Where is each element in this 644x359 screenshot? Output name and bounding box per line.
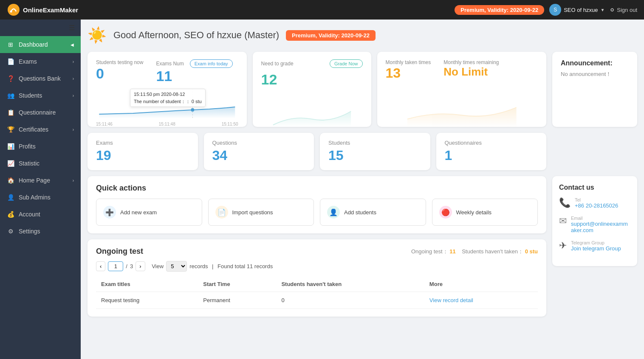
layout: ☰ ⊞ Dashboard ◀ 📄 Exams › ❓ Questions Ba… xyxy=(0,20,644,359)
add-exam-icon: ➕ xyxy=(103,206,116,219)
sub-admins-icon: 👤 xyxy=(7,194,14,201)
ongoing-header: Ongoing test Ongoing test： 11 Students h… xyxy=(96,247,538,256)
ongoing-title: Ongoing test xyxy=(96,247,143,256)
sun-icon: ☀️ xyxy=(88,26,107,44)
top-stats: Students testing now 0 Exams Num Exam in… xyxy=(96,59,238,84)
questionnaires-count-label: Questionnaires xyxy=(445,140,538,146)
sidebar-label-dashboard: Dashboard xyxy=(19,41,48,48)
sidebar-item-dashboard[interactable]: ⊞ Dashboard ◀ xyxy=(0,36,81,53)
sidebar-label-account: Account xyxy=(19,211,40,218)
sidebar-item-settings[interactable]: ⚙ Settings xyxy=(0,223,81,240)
start-time-cell: Permanent xyxy=(198,292,276,309)
action-add-students[interactable]: 👤 Add students xyxy=(320,199,426,226)
action-import-questions[interactable]: 📄 Import questions xyxy=(208,199,314,226)
stats-row: Students testing now 0 Exams Num Exam in… xyxy=(88,52,637,127)
chevron-right-qb: › xyxy=(73,76,74,81)
questionnaire-icon: 📋 xyxy=(7,109,14,116)
students-havent-cell: 0 xyxy=(276,292,424,309)
import-questions-label: Import questions xyxy=(232,209,273,216)
sidebar-item-profits[interactable]: 📊 Profits xyxy=(0,138,81,155)
table-row: Request testing Permanent 0 View record … xyxy=(96,292,538,309)
page-number-input[interactable] xyxy=(108,261,123,271)
page-total: 3 xyxy=(130,263,133,269)
sidebar-item-account[interactable]: 💰 Account xyxy=(0,206,81,223)
sidebar-label-sub-admins: Sub Admins xyxy=(19,194,51,201)
right-panel-spacer xyxy=(552,133,637,170)
logo[interactable]: OnlineExamMaker xyxy=(7,3,78,17)
monthly-card: Monthly taken times 13 Monthly times rem… xyxy=(377,52,546,127)
sidebar-label-settings: Settings xyxy=(19,228,40,235)
sidebar-item-certificates[interactable]: 🏆 Certificates › xyxy=(0,121,81,138)
avatar: S xyxy=(549,4,561,16)
chart-time-3: 15:11:50 xyxy=(222,122,238,126)
sidebar-label-exams: Exams xyxy=(19,58,37,65)
questionnaires-count-value: 1 xyxy=(445,148,538,163)
user-name: SEO of hzxue xyxy=(564,7,598,13)
phone-icon: 📞 xyxy=(559,197,571,208)
sidebar-item-sub-admins[interactable]: 👤 Sub Admins xyxy=(0,189,81,206)
import-questions-icon: 📄 xyxy=(215,206,228,219)
records-per-page-select[interactable]: 5 10 20 xyxy=(166,261,187,272)
add-exam-label: Add new exam xyxy=(120,209,157,216)
action-add-exam[interactable]: ➕ Add new exam xyxy=(96,199,202,226)
sidebar-item-homepage[interactable]: 🏠 Home Page › xyxy=(0,172,81,189)
view-label: View xyxy=(152,263,164,269)
chart-time-1: 15:11:46 xyxy=(96,122,113,126)
chevron-right-students: › xyxy=(73,93,74,98)
monthly-remaining-value: No Limit xyxy=(443,65,499,79)
prev-page-button[interactable]: ‹ xyxy=(96,261,105,271)
hamburger-icon: ☰ xyxy=(69,24,75,32)
telegram-value[interactable]: Join telegram Group xyxy=(571,245,621,252)
students-testing-label: Students testing now xyxy=(96,59,143,65)
telegram-icon: ✈ xyxy=(559,240,567,251)
quick-actions-grid: ➕ Add new exam 📄 Import questions 👤 Add … xyxy=(96,199,538,226)
statistic-icon: 📈 xyxy=(7,160,14,167)
announcement-text: No announcement！ xyxy=(561,70,629,78)
settings-icon: ⚙ xyxy=(7,228,14,235)
user-info[interactable]: S SEO of hzxue ▼ xyxy=(549,4,604,16)
ongoing-stats: Ongoing test： 11 Students haven't taken：… xyxy=(411,248,538,255)
actions-ongoing-col: Quick actions ➕ Add new exam 📄 Import qu… xyxy=(88,176,546,317)
sidebar-item-questions-bank[interactable]: ❓ Questions Bank › xyxy=(0,70,81,87)
students-icon: 👥 xyxy=(7,92,14,99)
col-more: More xyxy=(424,277,538,292)
chart-tooltip: 15:11:50 pm 2020-08-12 The number of stu… xyxy=(130,89,206,107)
sidebar-label-questions-bank: Questions Bank xyxy=(19,75,61,82)
exams-icon: 📄 xyxy=(7,58,14,65)
students-havent-label: Students haven't taken： xyxy=(462,248,523,255)
monthly-remaining-stat: Monthly times remaining No Limit xyxy=(443,59,499,81)
students-count-card: Students 15 xyxy=(320,133,430,170)
pagination-row: ‹ / 3 › View 5 10 20 records | xyxy=(96,261,538,272)
contact-tel: 📞 Tel +86 20-28165026 xyxy=(559,197,630,209)
exams-count-label: Exams xyxy=(96,140,189,146)
contact-telegram: ✈ Telegram Group Join telegram Group xyxy=(559,240,630,252)
logo-text: OnlineExamMaker xyxy=(23,6,78,14)
sidebar-item-statistic[interactable]: 📈 Statistic xyxy=(0,155,81,172)
grade-now-button[interactable]: Grade Now xyxy=(330,59,363,68)
telegram-label: Telegram Group xyxy=(571,240,621,245)
main-content: ☀️ Good Afternoon, SEO of hzxue (Master)… xyxy=(81,20,644,359)
announcement-card: Announcement: No announcement！ xyxy=(552,52,637,127)
found-total: Found total 11 records xyxy=(217,263,273,269)
sidebar-item-exams[interactable]: 📄 Exams › xyxy=(0,53,81,70)
right-panel: Contact us 📞 Tel +86 20-28165026 ✉ Email… xyxy=(552,176,637,317)
page-separator: / xyxy=(126,263,127,269)
sidebar-item-questionnaire[interactable]: 📋 Questionnaire xyxy=(0,104,81,121)
monthly-taken-label: Monthly taken times xyxy=(386,59,431,65)
chart-card: Students testing now 0 Exams Num Exam in… xyxy=(88,52,247,127)
signout-button[interactable]: ⭘ Sign out xyxy=(610,7,637,13)
sidebar-item-students[interactable]: 👥 Students › xyxy=(0,87,81,104)
hamburger-button[interactable]: ☰ xyxy=(0,20,81,36)
next-page-button[interactable]: › xyxy=(136,261,145,271)
chevron-right-icon: ◀ xyxy=(71,42,74,47)
view-record-detail-link[interactable]: View record detail xyxy=(429,297,473,303)
exam-info-button[interactable]: Exam info today xyxy=(190,59,233,68)
action-weekly-details[interactable]: 🔴 Weekly details xyxy=(432,199,538,226)
sidebar-label-certificates: Certificates xyxy=(19,126,48,133)
weekly-details-icon: 🔴 xyxy=(439,206,452,219)
questions-count-value: 34 xyxy=(212,148,306,163)
questionnaires-count-card: Questionnaires 1 xyxy=(436,133,547,170)
contact-title: Contact us xyxy=(559,184,630,191)
monthly-row: Monthly taken times 13 Monthly times rem… xyxy=(386,59,538,81)
email-label: Email xyxy=(571,216,630,221)
